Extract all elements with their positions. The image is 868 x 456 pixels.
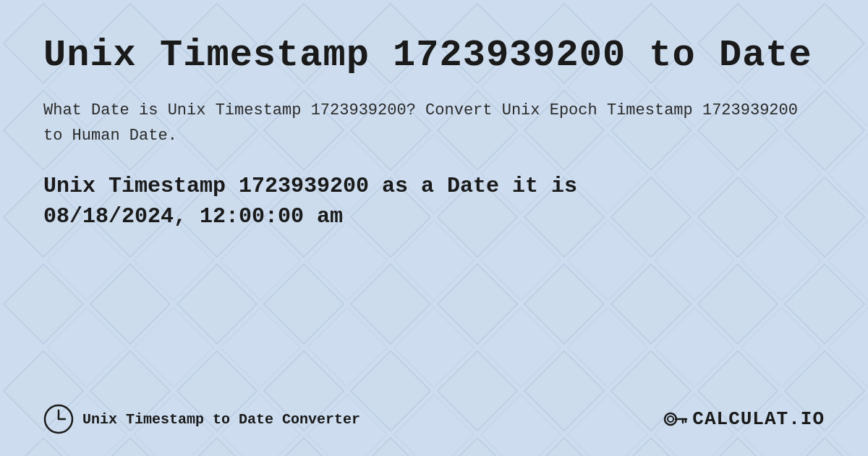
page-title: Unix Timestamp 1723939200 to Date [43, 35, 825, 76]
result-line1: Unix Timestamp 1723939200 as a Date it i… [43, 174, 577, 198]
result-section: Unix Timestamp 1723939200 as a Date it i… [43, 171, 825, 232]
svg-point-8 [665, 413, 676, 425]
footer-label: Unix Timestamp to Date Converter [82, 411, 360, 428]
svg-point-9 [668, 416, 673, 422]
result-line2: 08/18/2024, 12:00:00 am [43, 204, 343, 229]
logo-icon [662, 406, 688, 432]
result-text: Unix Timestamp 1723939200 as a Date it i… [43, 171, 825, 232]
footer-left: Unix Timestamp to Date Converter [43, 404, 360, 434]
footer: Unix Timestamp to Date Converter CALCULA… [43, 389, 825, 434]
page-description: What Date is Unix Timestamp 1723939200? … [43, 98, 825, 148]
logo-text: CALCULAT.IO [692, 408, 825, 430]
clock-icon [43, 404, 74, 434]
logo: CALCULAT.IO [662, 406, 825, 432]
